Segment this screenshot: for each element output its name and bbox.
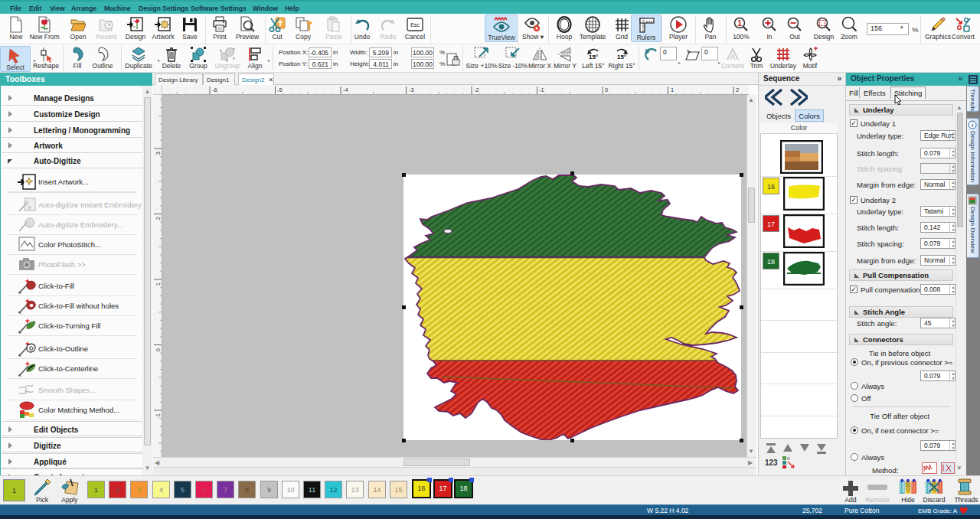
svg-text:-1: -1 — [155, 413, 162, 419]
svg-text:-4: -4 — [343, 86, 348, 93]
svg-text:-2: -2 — [474, 86, 479, 93]
svg-text:2: 2 — [736, 86, 739, 93]
svg-text:-6: -6 — [212, 86, 217, 93]
svg-text:1: 1 — [671, 86, 674, 93]
svg-text:15°: 15° — [589, 54, 598, 60]
svg-text:2: 2 — [155, 217, 162, 220]
svg-text:-1: -1 — [539, 86, 544, 93]
svg-text:0: 0 — [605, 86, 608, 93]
svg-text:1: 1 — [737, 19, 742, 28]
svg-text:1: 1 — [155, 282, 162, 286]
svg-text:3: 3 — [155, 152, 162, 155]
svg-text:-5: -5 — [277, 86, 283, 93]
svg-text:Esc: Esc — [410, 22, 420, 28]
svg-text:0: 0 — [155, 348, 162, 351]
svg-text:-3: -3 — [409, 86, 414, 93]
svg-text:15°: 15° — [617, 54, 626, 60]
